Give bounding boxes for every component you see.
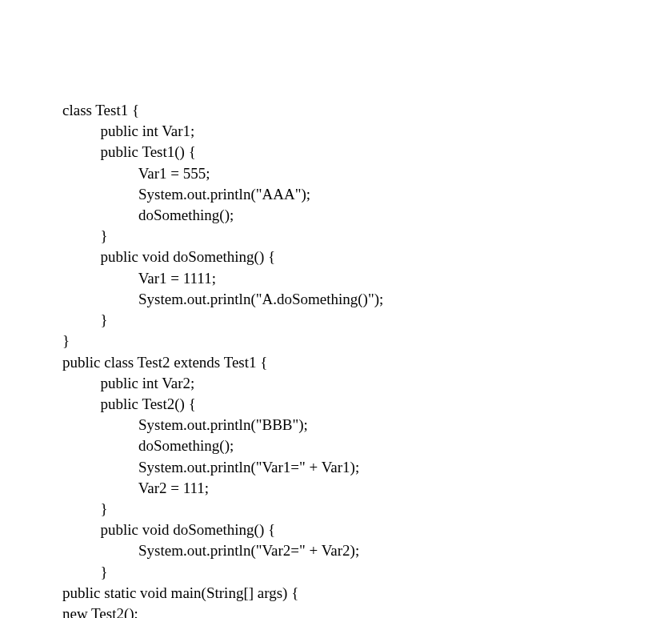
code-line: System.out.println("Var2=" + Var2); bbox=[62, 542, 359, 559]
code-line: doSomething(); bbox=[62, 437, 234, 454]
code-line: class Test1 { bbox=[62, 102, 139, 118]
code-line: public int Var2; bbox=[62, 375, 194, 391]
code-line: public Test1() { bbox=[62, 143, 196, 160]
code-line: } bbox=[62, 500, 108, 517]
code-line: System.out.println("BBB"); bbox=[62, 416, 308, 433]
code-line: public Test2() { bbox=[62, 395, 196, 412]
code-line: } bbox=[62, 311, 108, 328]
code-line: Var1 = 1111; bbox=[62, 270, 216, 287]
code-line: System.out.println("A.doSomething()"); bbox=[62, 291, 383, 307]
code-line: } bbox=[62, 227, 108, 244]
code-line: public static void main(String[] args) { bbox=[62, 584, 298, 601]
code-line: public int Var1; bbox=[62, 122, 194, 139]
code-line: doSomething(); bbox=[62, 207, 234, 223]
code-line: Var1 = 555; bbox=[62, 165, 210, 182]
code-line: } bbox=[62, 332, 70, 349]
code-line: public void doSomething() { bbox=[62, 521, 275, 538]
code-line: } bbox=[62, 564, 108, 580]
code-line: System.out.println("AAA"); bbox=[62, 186, 310, 203]
code-line: new Test2(); bbox=[62, 605, 138, 618]
code-block: class Test1 { public int Var1; public Te… bbox=[62, 100, 672, 618]
code-line: public void doSomething() { bbox=[62, 248, 275, 265]
code-line: Var2 = 111; bbox=[62, 480, 209, 496]
code-line: public class Test2 extends Test1 { bbox=[62, 354, 267, 371]
code-line: System.out.println("Var1=" + Var1); bbox=[62, 459, 359, 476]
